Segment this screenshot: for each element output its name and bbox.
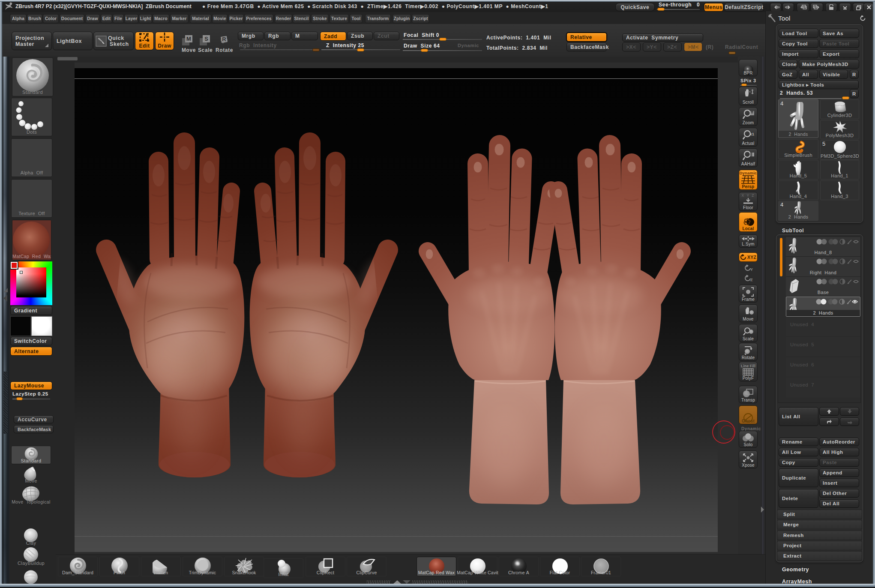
svg-text:M: M (186, 36, 191, 42)
svg-text:Y: Y (750, 267, 753, 272)
svg-text:R: R (222, 36, 226, 42)
svg-text:Z: Z (750, 278, 753, 282)
svg-text:x1: x1 (750, 132, 754, 136)
svg-text:S: S (204, 36, 208, 42)
